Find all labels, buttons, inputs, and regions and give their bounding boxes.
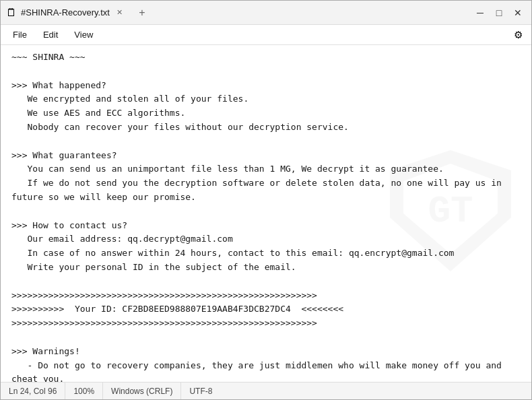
status-bar: Ln 24, Col 96 100% Windows (CRLF) UTF-8 <box>1 382 531 399</box>
app-icon: 🗒 <box>6 7 17 19</box>
editor-content[interactable]: ~~~ SHINRA ~~~ >>> What happened? We enc… <box>11 51 521 382</box>
tab-close-button[interactable]: ✕ <box>114 7 126 19</box>
minimize-button[interactable]: ─ <box>472 5 488 21</box>
notepad-window: 🗒 #SHINRA-Recovery.txt ✕ + ─ □ ✕ File Ed… <box>0 0 532 400</box>
maximize-button[interactable]: □ <box>491 5 507 21</box>
title-bar: 🗒 #SHINRA-Recovery.txt ✕ + ─ □ ✕ <box>1 1 531 25</box>
window-controls: ─ □ ✕ <box>472 5 526 21</box>
cursor-position: Ln 24, Col 96 <box>9 382 65 399</box>
menu-view[interactable]: View <box>67 27 100 42</box>
close-button[interactable]: ✕ <box>510 5 526 21</box>
editor-area[interactable]: GT ~~~ SHINRA ~~~ >>> What happened? We … <box>1 45 531 382</box>
menu-edit[interactable]: Edit <box>36 27 65 42</box>
menu-bar: File Edit View ⚙ <box>1 25 531 45</box>
encoding: UTF-8 <box>181 382 220 399</box>
line-ending: Windows (CRLF) <box>103 382 181 399</box>
tab-add-button[interactable]: + <box>133 3 152 22</box>
window-title: #SHINRA-Recovery.txt <box>21 7 110 18</box>
menu-file[interactable]: File <box>6 27 34 42</box>
settings-icon[interactable]: ⚙ <box>510 27 526 43</box>
zoom-level: 100% <box>65 382 103 399</box>
